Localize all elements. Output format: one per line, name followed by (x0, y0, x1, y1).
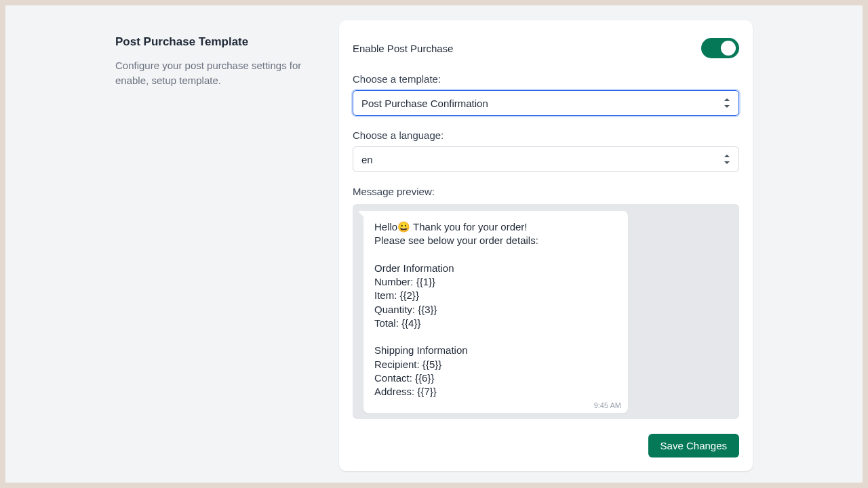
page-title: Post Purchase Template (115, 35, 326, 49)
language-select[interactable]: en (353, 146, 739, 172)
template-select[interactable]: Post Purchase Confirmation (353, 90, 739, 116)
enable-post-purchase-toggle[interactable] (701, 38, 739, 58)
message-preview-label: Message preview: (353, 186, 739, 197)
language-select-value: en (361, 154, 373, 165)
message-bubble: Hello😀 Thank you for your order! Please … (363, 211, 628, 413)
message-preview-area: Hello😀 Thank you for your order! Please … (353, 204, 739, 419)
message-bubble-text: Hello😀 Thank you for your order! Please … (374, 220, 617, 399)
settings-sidebar: Post Purchase Template Configure your po… (115, 20, 326, 471)
enable-post-purchase-label: Enable Post Purchase (353, 43, 453, 54)
template-select-value: Post Purchase Confirmation (361, 98, 488, 109)
language-label: Choose a language: (353, 129, 739, 141)
message-bubble-time: 9:45 AM (594, 401, 621, 409)
save-changes-button[interactable]: Save Changes (648, 434, 739, 458)
page-description: Configure your post purchase settings fo… (115, 58, 326, 88)
template-label: Choose a template: (353, 73, 739, 85)
settings-card: Enable Post Purchase Choose a template: … (339, 20, 753, 471)
